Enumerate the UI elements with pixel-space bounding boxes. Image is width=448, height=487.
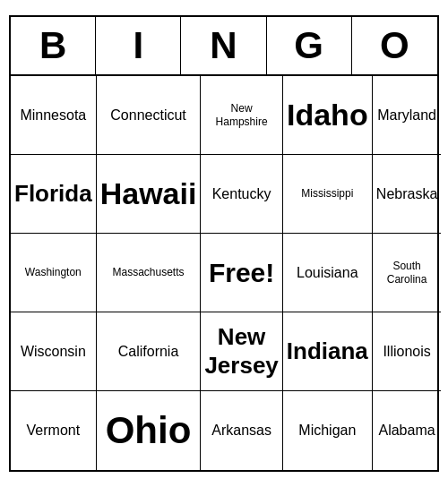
cell-text: Maryland bbox=[377, 107, 436, 124]
cell-text: Mississippi bbox=[301, 187, 353, 200]
bingo-cell: Alabama bbox=[373, 391, 441, 470]
bingo-cell: Michigan bbox=[283, 391, 373, 470]
bingo-cell: Ohio bbox=[97, 391, 202, 470]
header-letter: O bbox=[352, 17, 437, 74]
bingo-cell: California bbox=[97, 312, 202, 391]
bingo-cell: Connecticut bbox=[97, 76, 202, 155]
bingo-cell: Minnesota bbox=[11, 76, 97, 155]
cell-text: Michigan bbox=[298, 422, 356, 439]
bingo-cell: Wisconsin bbox=[11, 312, 97, 391]
bingo-cell: South Carolina bbox=[373, 234, 441, 312]
bingo-cell: Louisiana bbox=[283, 234, 373, 312]
bingo-cell: New Jersey bbox=[201, 312, 282, 391]
bingo-cell: Florida bbox=[11, 155, 97, 234]
cell-text: Wisconsin bbox=[21, 343, 86, 360]
cell-text: Indiana bbox=[287, 337, 368, 365]
bingo-cell: Arkansas bbox=[201, 391, 282, 470]
header-letter: B bbox=[11, 17, 96, 74]
cell-text: Florida bbox=[14, 180, 92, 208]
header-letter: I bbox=[96, 17, 181, 74]
cell-text: Idaho bbox=[287, 97, 368, 133]
cell-text: Nebraska bbox=[376, 185, 437, 202]
bingo-grid: MinnesotaConnecticutNew HampshireIdahoMa… bbox=[11, 76, 437, 470]
cell-text: South Carolina bbox=[376, 260, 437, 286]
bingo-cell: Nebraska bbox=[373, 155, 441, 234]
bingo-cell: Indiana bbox=[283, 312, 373, 391]
cell-text: Hawaii bbox=[100, 175, 197, 212]
bingo-header: BINGO bbox=[11, 17, 437, 76]
cell-text: New Hampshire bbox=[204, 102, 278, 128]
cell-text: Connecticut bbox=[110, 107, 186, 124]
bingo-cell: Illionois bbox=[373, 312, 441, 391]
cell-text: Arkansas bbox=[211, 422, 271, 439]
bingo-cell: Idaho bbox=[283, 76, 373, 155]
cell-text: Louisiana bbox=[297, 264, 358, 281]
bingo-cell: Maryland bbox=[373, 76, 441, 155]
bingo-cell: New Hampshire bbox=[201, 76, 282, 155]
bingo-card: BINGO MinnesotaConnecticutNew HampshireI… bbox=[9, 15, 439, 472]
bingo-cell: Hawaii bbox=[97, 155, 202, 234]
cell-text: California bbox=[118, 343, 179, 360]
cell-text: Ohio bbox=[106, 408, 192, 453]
header-letter: G bbox=[267, 17, 352, 74]
cell-text: Minnesota bbox=[20, 107, 86, 124]
cell-text: Alabama bbox=[378, 422, 435, 439]
bingo-cell: Kentucky bbox=[201, 155, 282, 234]
cell-text: Vermont bbox=[27, 422, 81, 439]
bingo-cell: Massachusetts bbox=[97, 234, 202, 312]
cell-text: Illionois bbox=[383, 343, 430, 360]
bingo-cell: Washington bbox=[11, 234, 97, 312]
cell-text: Washington bbox=[25, 266, 82, 278]
cell-text: Massachusetts bbox=[113, 266, 185, 278]
header-letter: N bbox=[181, 17, 266, 74]
bingo-cell: Free! bbox=[201, 234, 282, 312]
cell-text: New Jersey bbox=[204, 323, 278, 379]
cell-text: Free! bbox=[209, 257, 274, 289]
bingo-cell: Mississippi bbox=[283, 155, 373, 234]
cell-text: Kentucky bbox=[212, 185, 271, 202]
bingo-cell: Vermont bbox=[11, 391, 97, 470]
